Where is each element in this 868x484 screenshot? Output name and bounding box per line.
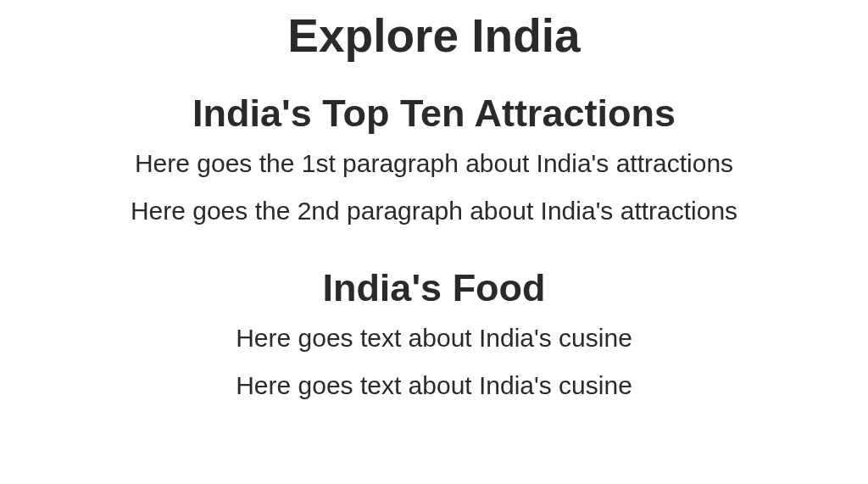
- paragraph: Here goes text about India's cusine: [236, 371, 632, 400]
- paragraph: Here goes text about India's cusine: [236, 324, 632, 353]
- page-title: Explore India: [287, 8, 580, 63]
- section-heading: India's Food: [322, 266, 545, 310]
- section-heading: India's Top Ten Attractions: [192, 92, 676, 136]
- paragraph: Here goes the 2nd paragraph about India'…: [131, 197, 737, 225]
- paragraph: Here goes the 1st paragraph about India'…: [135, 149, 733, 178]
- section-attractions: India's Top Ten Attractions Here goes th…: [131, 85, 737, 244]
- section-food: India's Food Here goes text about India'…: [236, 259, 632, 419]
